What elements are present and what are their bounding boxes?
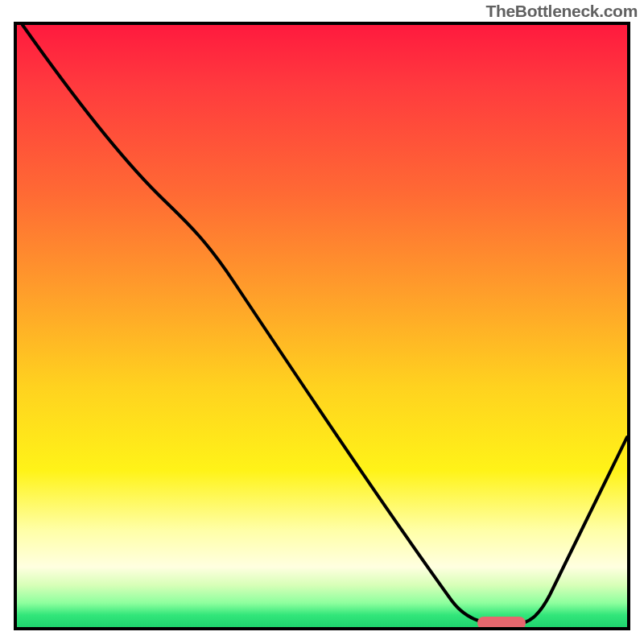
chart-frame [14,22,630,630]
chart-root: TheBottleneck.com [0,0,644,644]
chart-overlay [17,25,627,627]
watermark-label: TheBottleneck.com [485,2,638,21]
optimum-marker [477,617,526,627]
curve-line [23,25,627,624]
